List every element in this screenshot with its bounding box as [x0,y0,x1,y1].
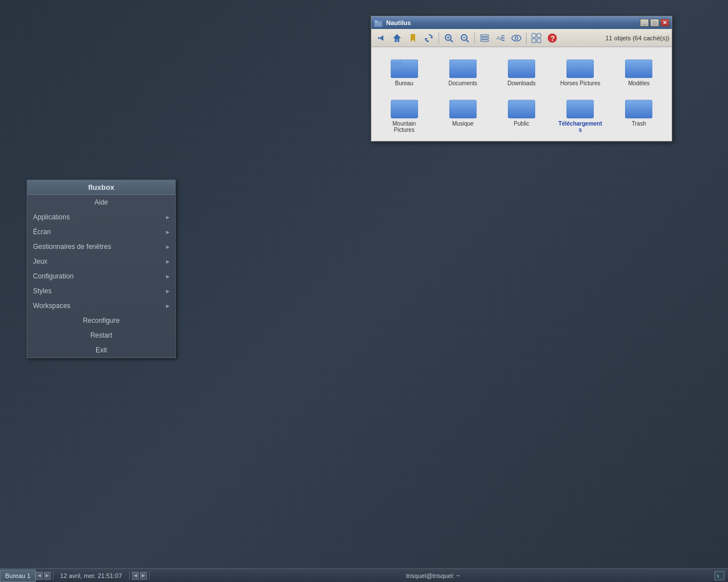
svg-rect-47 [449,100,477,118]
folder-label-public: Public [514,120,529,127]
menu-item-styles[interactable]: Styles [27,284,175,298]
file-manager-window: Nautilus _ □ ✕ [371,16,672,142]
folder-icon-mountain [391,95,418,119]
folder-icon-documents [449,55,477,79]
folder-horses-pictures[interactable]: Horses Pictures [552,52,609,90]
svg-text:?: ? [551,35,555,43]
window-title: Nautilus [386,19,639,26]
window-titlebar: Nautilus _ □ ✕ [371,16,672,29]
list-view-button[interactable] [477,31,492,45]
window-toolbar: Az ? [371,29,672,47]
folder-label-telechargements: Téléchargements [557,120,603,133]
folder-label-horses: Horses Pictures [560,80,601,86]
taskbar-divider-2 [129,571,130,580]
taskbar-prev-button[interactable]: ◀ [132,572,139,580]
folder-bureau[interactable]: Bureau [376,52,432,90]
folder-public[interactable]: Public [493,92,549,136]
folder-modeles[interactable]: Modèles [611,52,667,90]
maximize-button[interactable]: □ [650,19,659,27]
taskbar-app-label: trisquel@trisquel: ~ [406,572,460,579]
reload-button[interactable] [421,31,436,45]
menu-item-reconfigure[interactable]: Reconfigure [27,313,175,328]
workspace-label: Bureau 1 [5,572,31,579]
svg-rect-43 [625,60,652,78]
svg-rect-27 [537,34,541,38]
menu-item-aide[interactable]: Aide [27,195,175,210]
file-content: Bureau Documents [371,47,672,141]
menu-item-applications[interactable]: Applications [27,210,175,225]
svg-rect-34 [391,62,402,65]
svg-rect-45 [391,100,418,118]
svg-rect-4 [378,37,379,39]
folder-label-modeles: Modèles [628,80,650,86]
taskbar-datetime: 12 avril, mer. 21:51:07 [56,572,127,579]
menu-item-gestionnaires[interactable]: Gestionnaires de fenêtres [27,239,175,254]
menu-item-workspaces[interactable]: Workspaces [27,298,175,313]
svg-point-25 [516,37,518,39]
svg-rect-41 [566,60,594,78]
minimize-button[interactable]: _ [640,19,649,27]
menu-item-exit[interactable]: Exit [27,343,175,357]
back-button[interactable] [374,31,388,45]
toolbar-sep-1 [439,32,439,44]
folder-icon-public [508,95,535,119]
taskbar-divider-3 [149,571,150,580]
workspace-next-button[interactable]: ▶ [44,572,51,580]
folder-label-musique: Musique [452,120,474,127]
taskbar-right: $_ [714,571,728,580]
folder-documents[interactable]: Documents [435,52,491,90]
folder-downloads[interactable]: Downloads [493,52,549,90]
home-button[interactable] [390,31,404,45]
details-button[interactable] [529,31,544,45]
folder-mountain-pictures[interactable]: Mountain Pictures [376,92,432,136]
taskbar-next-button[interactable]: ▶ [140,572,147,580]
zoom-in-button[interactable] [441,31,456,45]
help-button[interactable]: ? [545,31,560,45]
folder-icon-telechargements [566,95,594,119]
folder-icon-musique [449,95,477,119]
svg-rect-37 [449,60,477,78]
svg-rect-17 [481,37,489,39]
workspace-button[interactable]: Bureau 1 [0,569,36,582]
folder-label-mountain: Mountain Pictures [382,120,427,133]
preview-button[interactable] [509,31,524,45]
svg-line-10 [450,40,453,42]
fluxbox-menu: fluxbox Aide Applications Écran Gestionn… [27,180,176,358]
folder-trash[interactable]: Trash [611,92,667,136]
menu-item-configuration[interactable]: Configuration [27,269,175,284]
folder-icon-bureau [391,55,418,79]
taskbar-terminal-icon[interactable]: $_ [714,571,725,580]
svg-rect-18 [481,40,489,41]
folder-icon-horses [566,55,594,79]
svg-rect-28 [532,39,536,43]
svg-rect-29 [537,39,541,43]
folder-telechargements[interactable]: Téléchargements [552,92,609,136]
folder-label-documents: Documents [449,80,478,86]
menu-item-restart[interactable]: Restart [27,328,175,343]
svg-rect-49 [508,100,535,118]
svg-marker-3 [379,35,383,41]
folder-musique[interactable]: Musique [435,92,491,136]
svg-rect-2 [375,20,377,22]
window-title-icon [374,18,383,27]
window-controls: _ □ ✕ [640,19,669,27]
taskbar-center: trisquel@trisquel: ~ [152,572,715,579]
workspace-arrows: ◀ ▶ [36,572,51,580]
workspace-prev-button[interactable]: ◀ [36,572,43,580]
toolbar-sep-3 [526,32,527,44]
folder-icon-modeles [625,55,652,79]
taskbar-divider-1 [53,571,53,580]
close-button[interactable]: ✕ [660,19,669,27]
sort-button[interactable]: Az [493,31,508,45]
taskbar-nav-arrows: ◀ ▶ [132,572,147,580]
taskbar: Bureau 1 ◀ ▶ 12 avril, mer. 21:51:07 ◀ ▶… [0,568,728,582]
menu-item-ecran[interactable]: Écran [27,225,175,239]
menu-title: fluxbox [27,180,175,195]
svg-line-14 [466,40,469,42]
menu-item-jeux[interactable]: Jeux [27,254,175,269]
bookmarks-button[interactable] [406,31,420,45]
status-count: 11 objets (64 caché(s)) [563,35,669,41]
zoom-out-button[interactable] [457,31,472,45]
svg-rect-51 [566,100,594,118]
folder-label-bureau: Bureau [395,80,413,86]
